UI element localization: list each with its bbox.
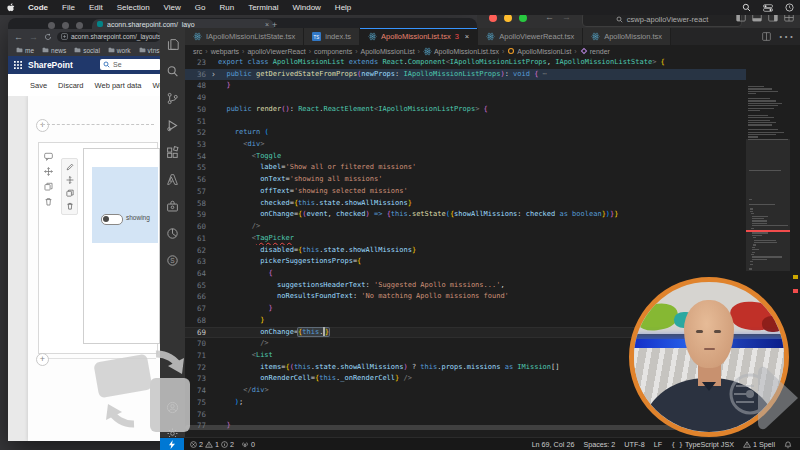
duplicate-webpart-icon[interactable] xyxy=(66,189,74,197)
fold-indicator[interactable]: › xyxy=(211,69,218,81)
add-section-button-bottom[interactable]: + xyxy=(36,353,49,366)
split-editor-icon[interactable] xyxy=(762,32,771,41)
code-line-48: 48 } xyxy=(185,80,746,92)
section-divider xyxy=(38,358,156,359)
code-text: <Toggle xyxy=(218,151,746,163)
code-line-57: 57 offText='showing selected missions' xyxy=(185,186,746,198)
menu-app-name[interactable]: Code xyxy=(21,3,55,12)
fold-indicator xyxy=(211,174,218,186)
remote-indicator[interactable] xyxy=(160,438,184,450)
fold-indicator xyxy=(211,116,218,128)
delete-section-icon[interactable] xyxy=(44,197,53,206)
browser-zoom-button[interactable] xyxy=(76,22,83,29)
browser-close-button[interactable] xyxy=(48,22,55,29)
delete-webpart-icon[interactable] xyxy=(66,202,74,210)
menu-item-run[interactable]: Run xyxy=(212,3,241,12)
tab-ApolloMissionList.tsx[interactable]: ApolloMissionList.tsx3× xyxy=(360,28,478,45)
reload-icon[interactable] xyxy=(44,32,52,42)
vscode-close-button[interactable] xyxy=(489,14,497,22)
ports-indicator[interactable]: 0 xyxy=(241,440,255,449)
tab-ApolloMission.tsx[interactable]: ApolloMission.tsx xyxy=(583,28,671,45)
breadcrumb-src[interactable]: src xyxy=(193,48,202,55)
spotlight-search-icon[interactable] xyxy=(736,3,757,12)
bookmark-vtns[interactable]: vtns xyxy=(139,47,160,54)
breadcrumb-ApolloMissionList[interactable]: ApolloMissionList xyxy=(361,48,415,55)
tab-IApolloMissionListState.tsx[interactable]: IApolloMissionListState.tsx xyxy=(185,28,304,45)
tab-index.ts[interactable]: TSindex.ts xyxy=(304,28,360,45)
problems-indicator[interactable]: 2 1 2 xyxy=(190,440,234,449)
bookmark-social[interactable]: social xyxy=(74,47,100,54)
fold-indicator xyxy=(211,104,218,116)
tab-close-icon[interactable]: × xyxy=(265,21,269,28)
menu-item-view[interactable]: View xyxy=(157,3,188,12)
waffle-icon[interactable] xyxy=(14,61,22,69)
comment-icon[interactable] xyxy=(44,152,53,161)
cursor-position[interactable]: Ln 69, Col 26 xyxy=(532,440,575,449)
breadcrumb-apolloViewerReact[interactable]: apolloViewerReact xyxy=(247,48,305,55)
clock-icon[interactable] xyxy=(779,3,800,12)
code-text: <div> xyxy=(218,139,746,151)
bookmark-me[interactable]: me xyxy=(16,47,34,54)
status-bar: 2 1 2 0 Ln 69, Col 26 Spaces: 2 UTF-8 LF… xyxy=(160,437,800,450)
horizontal-scrollbar[interactable] xyxy=(185,425,740,430)
menu-item-selection[interactable]: Selection xyxy=(110,3,157,12)
breadcrumb-webparts[interactable]: webparts xyxy=(211,48,239,55)
sp-command-web-part-data[interactable]: Web part data xyxy=(95,81,142,90)
breadcrumb-ApolloMissionList.tsx[interactable]: ApolloMissionList.tsx xyxy=(423,47,499,56)
sp-command-discard[interactable]: Discard xyxy=(58,81,83,90)
code-text: <TagPicker xyxy=(218,233,746,245)
menu-item-terminal[interactable]: Terminal xyxy=(241,3,285,12)
spell-checker[interactable]: 1 Spell xyxy=(743,440,775,449)
breadcrumb-ApolloMissionList[interactable]: ApolloMissionList xyxy=(507,47,571,55)
code-text xyxy=(218,92,746,104)
fold-indicator xyxy=(211,80,218,92)
bookmark-news[interactable]: news xyxy=(42,47,66,54)
eol[interactable]: LF xyxy=(654,440,662,449)
notifications-bell-icon[interactable] xyxy=(784,441,792,449)
menu-item-help[interactable]: Help xyxy=(328,3,358,12)
control-center-icon[interactable] xyxy=(757,4,779,12)
activity-explorer-icon[interactable] xyxy=(166,35,180,49)
encoding[interactable]: UTF-8 xyxy=(624,440,644,449)
language-mode[interactable]: { }TypeScript JSX xyxy=(671,440,734,449)
duplicate-section-icon[interactable] xyxy=(44,182,53,191)
line-number: 50 xyxy=(185,104,211,116)
edit-webpart-icon[interactable] xyxy=(66,163,74,171)
breadcrumb-components[interactable]: components xyxy=(314,48,352,55)
tab-bar-actions: ⋯ xyxy=(760,28,796,45)
move-webpart-icon[interactable] xyxy=(66,176,74,184)
sharepoint-search-box[interactable]: Se xyxy=(100,59,161,70)
browser-minimize-button[interactable] xyxy=(62,22,69,29)
back-icon[interactable]: ← xyxy=(14,32,23,42)
vscode-zoom-button[interactable] xyxy=(519,14,527,22)
more-actions-icon[interactable]: ⋯ xyxy=(778,27,794,46)
fold-indicator xyxy=(211,245,218,257)
webpart-toggle[interactable] xyxy=(101,214,123,225)
fold-indicator xyxy=(211,151,218,163)
tab-ApolloViewerReact.tsx[interactable]: ApolloViewerReact.tsx xyxy=(478,28,583,45)
webpart-card[interactable]: showing xyxy=(83,148,160,344)
indentation[interactable]: Spaces: 2 xyxy=(583,440,615,449)
line-number: 74 xyxy=(185,385,211,397)
vscode-minimize-button[interactable] xyxy=(504,14,512,22)
fold-indicator xyxy=(211,233,218,245)
line-number: 54 xyxy=(185,151,211,163)
bookmark-work[interactable]: work xyxy=(108,47,131,54)
fold-indicator xyxy=(211,338,218,350)
sp-command-save[interactable]: Save xyxy=(30,81,47,90)
menu-item-edit[interactable]: Edit xyxy=(82,3,110,12)
menu-item-go[interactable]: Go xyxy=(188,3,213,12)
breadcrumb-render[interactable]: render xyxy=(580,47,610,55)
tab-close-icon[interactable]: × xyxy=(465,32,469,41)
add-section-button[interactable]: + xyxy=(36,119,49,132)
address-bar[interactable]: aconn.sharepoint.com/_layouts xyxy=(57,32,160,42)
menu-item-file[interactable]: File xyxy=(55,3,82,12)
sharepoint-search-text: Se xyxy=(113,61,122,68)
forward-icon[interactable]: → xyxy=(29,32,38,42)
move-section-icon[interactable] xyxy=(44,167,53,176)
apple-menu-icon[interactable] xyxy=(0,3,21,13)
browser-toolbar: ← → aconn.sharepoint.com/_layouts xyxy=(8,29,160,44)
menu-item-window[interactable]: Window xyxy=(285,3,327,12)
fold-indicator xyxy=(211,350,218,362)
code-line-50: 50 public render(): React.ReactElement<I… xyxy=(185,104,746,116)
